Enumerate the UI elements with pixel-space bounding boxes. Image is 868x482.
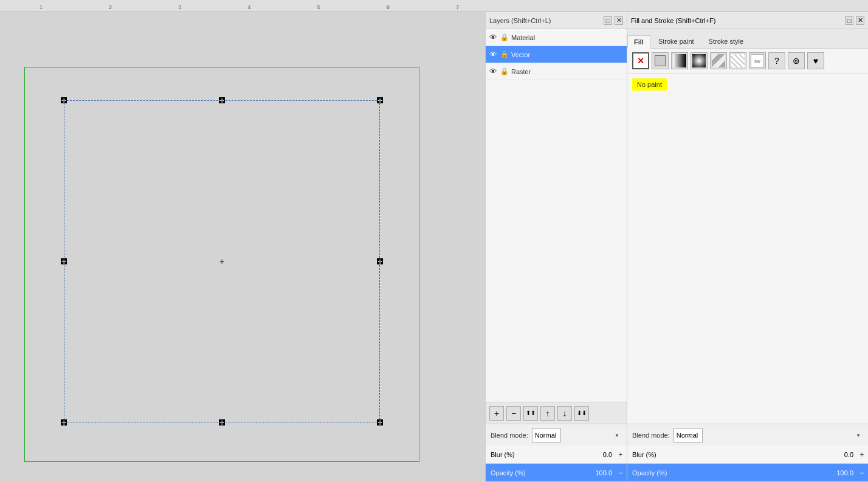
lower-button[interactable]: ↓ (557, 406, 572, 421)
ruler-mark-5: 5 (317, 4, 320, 10)
radial-gradient-button[interactable] (691, 52, 708, 69)
layers-blend-row: Blend mode: Normal Multiply Screen Overl… (486, 424, 627, 446)
swatch-button[interactable]: sw (749, 52, 766, 69)
layers-titlebar-icons: □ ✕ (604, 16, 623, 25)
layers-opacity-row: Opacity (%) 100.0 − (486, 464, 627, 482)
layer-item-vector[interactable]: 👁 🔒 Vector (486, 46, 627, 63)
layer-list-spacer (486, 216, 627, 402)
fill-content-spacer (627, 95, 868, 424)
layers-opacity-value: 100.0 (578, 469, 615, 477)
paint-extra-1[interactable]: ⊚ (788, 52, 805, 69)
layers-panel-close[interactable]: ✕ (615, 16, 623, 25)
layer-name-raster: Raster (511, 68, 624, 75)
layers-panel-title: Layers (Shift+Ctrl+L) (489, 17, 551, 24)
paint-extra-2[interactable]: ♥ (807, 52, 824, 69)
fs-opacity-label: Opacity (%) (627, 469, 819, 477)
layer-item-material[interactable]: 👁 🔒 Material (486, 29, 627, 46)
fs-panel-minimize[interactable]: □ (845, 16, 853, 25)
paint-type-row: ✕ (627, 49, 868, 74)
fs-blur-label: Blur (%) (627, 451, 819, 458)
handle-bottom-left[interactable]: ✛ (61, 419, 67, 425)
tab-stroke-style[interactable]: Stroke style (702, 35, 750, 48)
layers-blur-row: Blur (%) 0.0 + (486, 446, 627, 464)
fs-titlebar-icons: □ ✕ (845, 16, 864, 25)
tab-stroke-paint[interactable]: Stroke paint (652, 35, 701, 48)
layer-lock-vector[interactable]: 🔒 (500, 50, 509, 59)
panels-row: Layers (Shift+Ctrl+L) □ ✕ 👁 🔒 Material (486, 12, 868, 482)
layer-name-material: Material (511, 34, 624, 41)
layers-blend-select[interactable]: Normal Multiply Screen Overlay (532, 428, 561, 442)
layer-eye-material[interactable]: 👁 (488, 33, 498, 43)
linear-gradient-button[interactable] (671, 52, 688, 69)
ruler-mark-7: 7 (456, 4, 459, 10)
lower-to-bottom-button[interactable]: ⬇⬇ (574, 406, 589, 421)
layers-panel: Layers (Shift+Ctrl+L) □ ✕ 👁 🔒 Material (486, 12, 627, 482)
raise-button[interactable]: ↑ (540, 406, 555, 421)
fs-opacity-value: 100.0 (819, 469, 856, 477)
no-paint-label: No paint (632, 78, 667, 91)
fs-blend-row: Blend mode: Normal Multiply Screen Overl… (627, 424, 868, 446)
fs-blend-wrapper: Normal Multiply Screen Overlay (673, 428, 863, 442)
fs-blur-row: Blur (%) 0.0 + (627, 446, 868, 464)
layer-name-vector: Vector (511, 51, 624, 58)
canvas-area[interactable]: ✛ ✛ ✛ ✛ ✛ ✛ ✛ ✛ + (0, 12, 485, 482)
layers-panel-minimize[interactable]: □ (604, 16, 612, 25)
layer-eye-raster[interactable]: 👁 (488, 67, 498, 77)
ruler-mark-2: 2 (109, 4, 112, 10)
selection-center: + (219, 256, 224, 266)
ruler-mark-1: 1 (40, 4, 43, 10)
pattern-button[interactable] (729, 52, 746, 69)
handle-mid-left[interactable]: ✛ (61, 258, 67, 264)
fs-blur-value: 0.0 (819, 451, 856, 458)
layer-lock-raster[interactable]: 🔒 (500, 67, 509, 76)
layers-opacity-decrement[interactable]: − (615, 464, 627, 481)
flat-color-button[interactable] (652, 52, 669, 69)
layers-blur-value: 0.0 (578, 451, 615, 458)
right-panels: Layers (Shift+Ctrl+L) □ ✕ 👁 🔒 Material (485, 12, 868, 482)
main-area: ✛ ✛ ✛ ✛ ✛ ✛ ✛ ✛ + Layers (Shift+C (0, 12, 868, 482)
layers-panel-titlebar: Layers (Shift+Ctrl+L) □ ✕ (486, 12, 627, 29)
layer-item-raster[interactable]: 👁 🔒 Raster (486, 63, 627, 80)
layer-list: 👁 🔒 Material 👁 🔒 Vector 👁 🔒 Rast (486, 29, 627, 216)
handle-mid-right[interactable]: ✛ (377, 258, 383, 264)
ruler-mark-3: 3 (178, 4, 181, 10)
handle-top-right[interactable]: ✛ (377, 97, 383, 103)
add-layer-button[interactable]: + (489, 406, 504, 421)
remove-layer-button[interactable]: − (506, 406, 521, 421)
handle-bottom-right[interactable]: ✛ (377, 419, 383, 425)
fs-panel-titlebar: Fill and Stroke (Shift+Ctrl+F) □ ✕ (627, 12, 868, 29)
tab-fill[interactable]: Fill (627, 35, 650, 49)
fill-content: ✕ (627, 49, 868, 424)
ruler-mark-4: 4 (247, 4, 250, 10)
layers-blend-label: Blend mode: (491, 432, 528, 439)
handle-top-center[interactable]: ✛ (219, 97, 225, 103)
fs-blend-select[interactable]: Normal Multiply Screen Overlay (673, 428, 703, 442)
fs-panel-title: Fill and Stroke (Shift+Ctrl+F) (631, 17, 715, 24)
fs-opacity-row: Opacity (%) 100.0 − (627, 464, 868, 482)
fill-stroke-panel: Fill and Stroke (Shift+Ctrl+F) □ ✕ Fill … (627, 12, 868, 482)
fs-blend-label: Blend mode: (632, 432, 670, 439)
layer-lock-material[interactable]: 🔒 (500, 33, 509, 42)
mesh-gradient-button[interactable] (710, 52, 727, 69)
no-paint-button[interactable]: ✕ (632, 52, 649, 69)
raise-to-top-button[interactable]: ⬆⬆ (523, 406, 538, 421)
layer-toolbar: + − ⬆⬆ ↑ ↓ ⬇⬇ (486, 402, 627, 424)
ruler-mark-6: 6 (387, 4, 390, 10)
layers-blur-label: Blur (%) (486, 451, 578, 458)
layers-blur-increment[interactable]: + (615, 446, 627, 463)
selection-box[interactable]: ✛ ✛ ✛ ✛ ✛ ✛ ✛ ✛ + (64, 100, 380, 422)
layer-eye-vector[interactable]: 👁 (488, 50, 498, 60)
ruler-top: 1 2 3 4 5 6 7 (0, 0, 868, 12)
layers-blend-wrapper: Normal Multiply Screen Overlay (532, 428, 622, 442)
fill-tabs: Fill Stroke paint Stroke style (627, 29, 868, 49)
fs-opacity-decrement[interactable]: − (856, 464, 868, 481)
fs-blur-increment[interactable]: + (856, 446, 868, 463)
no-paint-label-area: No paint (627, 74, 868, 95)
fs-panel-close[interactable]: ✕ (856, 16, 864, 25)
ruler-marks: 1 2 3 4 5 6 7 (6, 4, 492, 10)
handle-bottom-center[interactable]: ✛ (219, 419, 225, 425)
handle-top-left[interactable]: ✛ (61, 97, 67, 103)
unknown-paint-button[interactable]: ? (768, 52, 785, 69)
layers-opacity-label: Opacity (%) (486, 469, 578, 477)
